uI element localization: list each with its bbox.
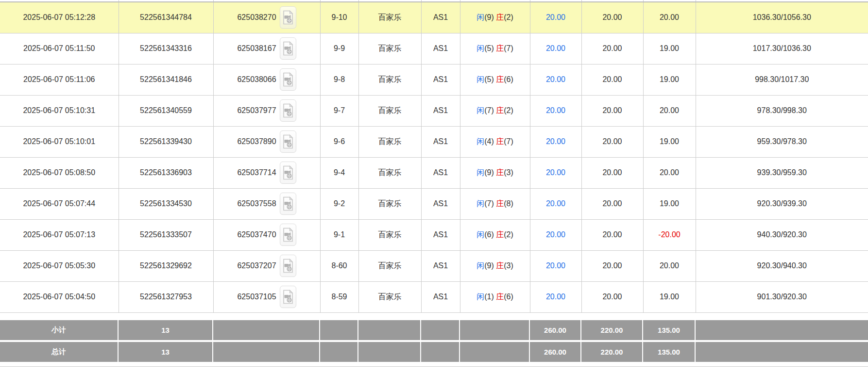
- record-row[interactable]: 2025-06-07 05:11:06522561341846625038066…: [0, 64, 868, 95]
- balance-cell-text: 978.30/998.30: [757, 106, 807, 114]
- bet-amount-cell: 20.00: [530, 95, 581, 126]
- video-replay-button[interactable]: [280, 99, 296, 122]
- banker-label: 庄: [496, 13, 504, 21]
- bet-id-cell-text: 522561339430: [140, 137, 192, 146]
- game-id-wrap: 625037714: [214, 162, 320, 184]
- time-cell: 2025-06-07 05:05:30: [0, 250, 119, 281]
- player-points: (6): [484, 230, 494, 239]
- record-row[interactable]: 2025-06-07 05:10:01522561339430625037890…: [0, 126, 868, 157]
- bet-amount-cell: 20.00: [530, 250, 581, 281]
- bet-amount-link[interactable]: 20.00: [546, 230, 565, 239]
- game-id-wrap: 625037470: [214, 224, 320, 246]
- round-cell-text: 9-9: [334, 44, 345, 52]
- bet-id-cell-text: 522561327953: [140, 293, 192, 301]
- summary-empty-cell: [358, 342, 421, 362]
- record-row[interactable]: 2025-06-07 05:11:50522561343316625038167…: [0, 33, 868, 64]
- result-cell: 闲(5) 庄(7): [460, 33, 530, 64]
- game-id-text: 625037558: [237, 199, 276, 208]
- summary-valid-cell-text: 220.00: [601, 326, 623, 334]
- record-row[interactable]: 2025-06-07 05:07:44522561334530625037558…: [0, 188, 868, 219]
- valid-amount-cell-text: 20.00: [602, 261, 622, 270]
- bet-amount-link[interactable]: 20.00: [546, 137, 565, 146]
- player-points: (9): [484, 13, 494, 21]
- summary-valid-cell: 220.00: [581, 342, 643, 362]
- bet-amount-link[interactable]: 20.00: [546, 168, 565, 177]
- video-replay-button[interactable]: [280, 6, 296, 29]
- video-replay-button[interactable]: [280, 193, 296, 215]
- game-id-text: 625038167: [237, 44, 276, 53]
- banker-label: 庄: [496, 168, 504, 177]
- valid-amount-cell-text: 20.00: [602, 199, 622, 208]
- bet-amount-cell: 20.00: [530, 126, 581, 157]
- valid-amount-cell: 20.00: [581, 95, 643, 126]
- winloss-cell: 20.00: [643, 2, 696, 33]
- game-id-text: 625037977: [237, 106, 276, 115]
- valid-amount-cell: 20.00: [581, 188, 643, 219]
- bet-amount-link[interactable]: 20.00: [546, 293, 565, 301]
- banker-points: (2): [504, 13, 513, 21]
- bet-id-cell: 522561339430: [119, 126, 213, 157]
- record-row[interactable]: 2025-06-07 05:12:28522561344784625038270…: [0, 2, 868, 33]
- round-cell: 9-2: [320, 188, 358, 219]
- balance-cell: 998.30/1017.30: [696, 64, 868, 95]
- round-cell-text: 8-60: [331, 261, 347, 270]
- bet-id-cell: 522561329692: [119, 250, 213, 281]
- record-row[interactable]: 2025-06-07 05:08:50522561336903625037714…: [0, 157, 868, 188]
- video-replay-button[interactable]: [280, 130, 296, 153]
- balance-cell: 1036.30/1056.30: [696, 2, 868, 33]
- time-cell: 2025-06-07 05:10:01: [0, 126, 119, 157]
- record-row[interactable]: 2025-06-07 05:10:31522561340559625037977…: [0, 95, 868, 126]
- video-replay-button[interactable]: [280, 224, 296, 246]
- banker-label: 庄: [496, 199, 504, 208]
- bet-id-cell: 522561340559: [119, 95, 213, 126]
- winloss-cell: 19.00: [643, 281, 696, 312]
- player-points: (5): [484, 44, 494, 52]
- video-file-icon: [283, 228, 293, 242]
- game-id-wrap: 625037977: [214, 99, 320, 122]
- bet-amount-link[interactable]: 20.00: [546, 75, 565, 83]
- banker-label: 庄: [496, 261, 504, 270]
- game-type-cell: 百家乐: [358, 250, 421, 281]
- player-label: 闲: [477, 168, 484, 177]
- bet-id-cell-text: 522561340559: [140, 106, 192, 114]
- player-label: 闲: [477, 230, 484, 239]
- valid-amount-cell-text: 20.00: [602, 168, 622, 177]
- round-cell: 9-9: [320, 33, 358, 64]
- video-replay-button[interactable]: [280, 68, 296, 91]
- banker-points: (3): [504, 261, 513, 270]
- bet-amount-link[interactable]: 20.00: [546, 13, 565, 21]
- game-id-cell: 625037977: [213, 95, 320, 126]
- record-row[interactable]: 2025-06-07 05:05:30522561329692625037207…: [0, 250, 868, 281]
- record-row[interactable]: 2025-06-07 05:04:50522561327953625037105…: [0, 281, 868, 312]
- video-file-icon: [283, 259, 293, 273]
- summary-bet-cell: 260.00: [530, 342, 581, 362]
- bet-amount-link[interactable]: 20.00: [546, 261, 565, 270]
- winloss-cell-text: 20.00: [660, 13, 679, 21]
- bet-amount-link[interactable]: 20.00: [546, 44, 565, 52]
- bet-amount-link[interactable]: 20.00: [546, 199, 565, 208]
- summary-winloss-cell-text: 135.00: [658, 326, 680, 334]
- time-cell: 2025-06-07 05:11:50: [0, 33, 119, 64]
- video-replay-button[interactable]: [280, 162, 296, 184]
- bet-id-cell: 522561343316: [119, 33, 213, 64]
- table-bottom-border: [0, 366, 868, 367]
- record-row[interactable]: 2025-06-07 05:07:13522561333507625037470…: [0, 219, 868, 250]
- round-cell-text: 9-1: [334, 230, 345, 239]
- valid-amount-cell: 20.00: [581, 33, 643, 64]
- round-cell-text: 9-8: [334, 75, 345, 83]
- game-type-cell-text: 百家乐: [378, 137, 402, 146]
- video-replay-button[interactable]: [280, 255, 296, 277]
- game-id-wrap: 625037890: [214, 130, 320, 153]
- game-type-cell-text: 百家乐: [378, 230, 402, 239]
- bet-amount-link[interactable]: 20.00: [546, 106, 565, 114]
- result-cell: 闲(6) 庄(2): [460, 219, 530, 250]
- summary-empty-cell: [460, 320, 530, 340]
- winloss-cell-text: 20.00: [660, 261, 679, 270]
- game-id-wrap: 625038167: [214, 37, 320, 60]
- valid-amount-cell-text: 20.00: [602, 293, 622, 301]
- player-label: 闲: [477, 44, 484, 52]
- video-replay-button[interactable]: [280, 37, 296, 60]
- banker-label: 庄: [496, 293, 504, 301]
- video-replay-button[interactable]: [280, 286, 296, 308]
- player-label: 闲: [477, 293, 484, 301]
